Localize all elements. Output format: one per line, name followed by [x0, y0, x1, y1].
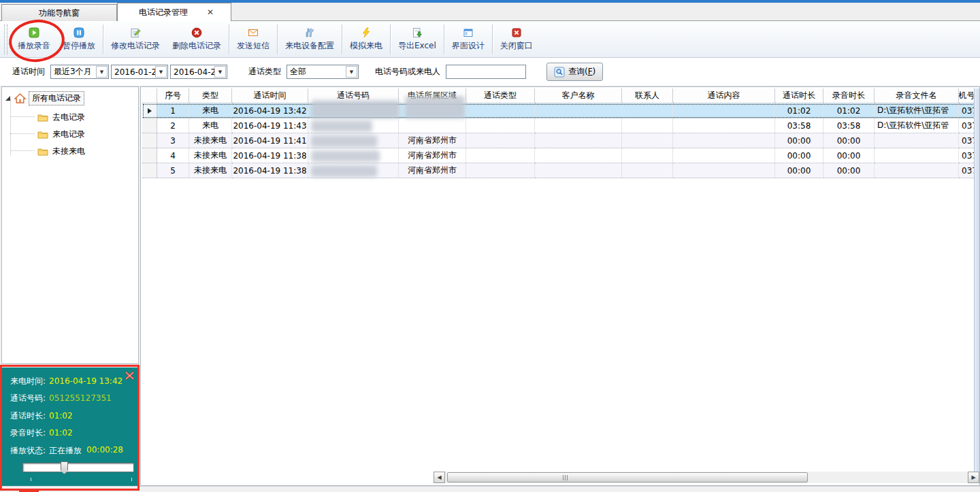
button-label: 模拟来电: [350, 40, 382, 52]
toolbar-separator: [277, 24, 278, 54]
toolbar: 播放录音 暂停播放 修改电话记录 删除电话记录 发送短信 来电设备配置: [0, 21, 980, 58]
cell-time: 2016-04-19 13:42: [232, 103, 308, 118]
redacted-number-blur: [311, 120, 372, 132]
chevron-down-icon[interactable]: ▼: [346, 66, 357, 78]
delete-record-button[interactable]: 删除电话记录: [166, 22, 227, 56]
redacted-number-blur: [311, 135, 377, 147]
cell-local-number: 037: [959, 133, 975, 148]
tools-icon: [304, 27, 315, 38]
grid-header-row: 序号 类型 通话时间 通话号码 电话所属区域 通话类型 客户名称 联系人 通话内…: [142, 88, 975, 103]
delete-circle-icon: [191, 27, 202, 38]
close-window-button[interactable]: 关闭窗口: [494, 22, 539, 56]
cell-call-type: [466, 103, 535, 118]
column-header[interactable]: 通话时间: [232, 88, 308, 103]
column-header[interactable]: 序号: [157, 88, 189, 103]
row-indicator: [142, 118, 157, 133]
date-from-select[interactable]: 2016-01-22 ▼: [111, 65, 168, 79]
pause-playback-button[interactable]: 暂停播放: [56, 22, 101, 56]
ui-design-button[interactable]: 界面设计: [446, 22, 491, 56]
scroll-left-arrow[interactable]: ◀: [434, 472, 445, 483]
slider-tick: [31, 478, 31, 481]
tree-item-all-records[interactable]: 所有电话记录: [5, 91, 84, 105]
player-line-call-time: 来电时间:2016-04-19 13:42: [10, 376, 122, 387]
redacted-number-blur: [311, 100, 399, 118]
table-row[interactable]: 1 来电 2016-04-19 13:42 01:02 01:02 D:\亚拓软…: [142, 103, 975, 118]
redacted-number-blur: [311, 150, 380, 162]
play-recording-button[interactable]: 播放录音: [12, 22, 56, 56]
incoming-device-config-button[interactable]: 来电设备配置: [279, 22, 340, 56]
scroll-right-arrow[interactable]: ▶: [968, 472, 979, 483]
filter-bar: 通话时间 最近3个月 ▼ 2016-01-22 ▼ 2016-04-22 ▼ 通…: [0, 58, 980, 86]
send-sms-button[interactable]: 发送短信: [231, 22, 276, 56]
cell-type: 未接来电: [189, 148, 232, 163]
column-header[interactable]: 类型: [189, 88, 232, 103]
tab-call-record-management[interactable]: 电话记录管理 ✕: [117, 3, 231, 21]
chevron-down-icon[interactable]: ▼: [155, 66, 167, 78]
toolbar-separator: [103, 24, 103, 54]
query-label: 查询(F): [568, 66, 595, 78]
vertical-scrollbar[interactable]: [974, 88, 979, 472]
playback-panel: 来电时间:2016-04-19 13:42 通话号码:051255127351 …: [2, 367, 138, 488]
cell-time: 2016-04-19 11:38: [232, 148, 308, 163]
button-label: 暂停播放: [63, 40, 95, 52]
button-label: 导出Excel: [398, 40, 436, 52]
column-header[interactable]: 本机号码: [959, 88, 975, 103]
cell-local-number: 037: [959, 148, 975, 163]
redacted-region-blur: [405, 96, 465, 118]
window-design-icon: [463, 27, 474, 38]
column-header[interactable]: 录音文件名: [875, 88, 959, 103]
table-row[interactable]: 2 来电 2016-04-19 11:43 03:58 03:58 D:\亚拓软…: [142, 118, 975, 133]
time-range-select[interactable]: 最近3个月 ▼: [50, 65, 109, 79]
query-button[interactable]: 查询(F): [546, 63, 603, 81]
tree-item-missed-calls[interactable]: 未接来电: [37, 144, 85, 159]
column-header[interactable]: 通话类型: [466, 88, 535, 103]
chevron-down-icon[interactable]: ▼: [96, 66, 108, 78]
tab-function-navigation[interactable]: 功能导航窗: [1, 4, 117, 21]
cell-customer: [535, 118, 622, 133]
column-header[interactable]: 录音时长: [823, 88, 875, 103]
phone-search-input[interactable]: [446, 65, 526, 79]
cell-type: 未接来电: [189, 163, 232, 178]
edit-record-button[interactable]: 修改电话记录: [105, 22, 166, 56]
slider-thumb[interactable]: [61, 461, 68, 474]
player-line-duration: 通话时长:01:02: [10, 410, 73, 422]
scrollbar-grip-icon: [563, 475, 568, 480]
cell-region: [399, 118, 466, 133]
cell-file: D:\亚拓软件\亚拓管: [875, 118, 959, 133]
tree-connector: [10, 133, 35, 134]
player-line-status: 播放状态:正在播放: [10, 445, 82, 457]
simulate-call-button[interactable]: 模拟来电: [344, 22, 389, 56]
playback-progress-slider[interactable]: [22, 463, 134, 472]
button-label: 修改电话记录: [111, 40, 160, 52]
export-excel-button[interactable]: 导出Excel: [392, 22, 442, 56]
scrollbar-thumb[interactable]: [447, 472, 808, 482]
column-header[interactable]: 客户名称: [535, 88, 622, 103]
cell-local-number: 037: [959, 103, 975, 118]
player-line-number: 通话号码:051255127351: [10, 393, 112, 404]
tab-label: 电话记录管理: [135, 7, 192, 18]
player-close-icon[interactable]: [125, 371, 135, 380]
cell-seq: 2: [157, 118, 189, 133]
cell-seq: 5: [157, 163, 189, 178]
date-to-select[interactable]: 2016-04-22 ▼: [170, 65, 227, 79]
tree-item-incoming-records[interactable]: 来电记录: [37, 127, 85, 142]
tab-close-icon[interactable]: ✕: [207, 7, 214, 17]
button-label: 关闭窗口: [500, 40, 533, 52]
lightning-icon: [361, 27, 372, 38]
column-header[interactable]: 通话时长: [775, 88, 823, 103]
cell-duration: 00:00: [775, 148, 823, 163]
column-header[interactable]: 联系人: [622, 88, 673, 103]
tree-expander-icon[interactable]: [5, 95, 11, 101]
cell-rec-duration: 03:58: [823, 118, 875, 133]
table-row[interactable]: 5 未接来电 2016-04-19 11:38 河南省郑州市 00:00 00:…: [142, 163, 975, 178]
cell-content: [673, 118, 775, 133]
cell-call-type: [466, 163, 535, 178]
chevron-down-icon[interactable]: ▼: [214, 66, 226, 78]
column-header[interactable]: 通话内容: [673, 88, 775, 103]
horizontal-scrollbar[interactable]: ◀ ▶: [434, 472, 979, 483]
call-type-select[interactable]: 全部 ▼: [287, 65, 359, 79]
tree-item-outgoing-records[interactable]: 去电记录: [37, 110, 85, 125]
table-row[interactable]: 4 未接来电 2016-04-19 11:38 河南省郑州市 00:00 00:…: [142, 148, 975, 163]
table-row[interactable]: 3 未接来电 2016-04-19 11:41 河南省郑州市 00:00 00:…: [142, 133, 975, 148]
toolbar-drag-handle[interactable]: [4, 24, 7, 54]
